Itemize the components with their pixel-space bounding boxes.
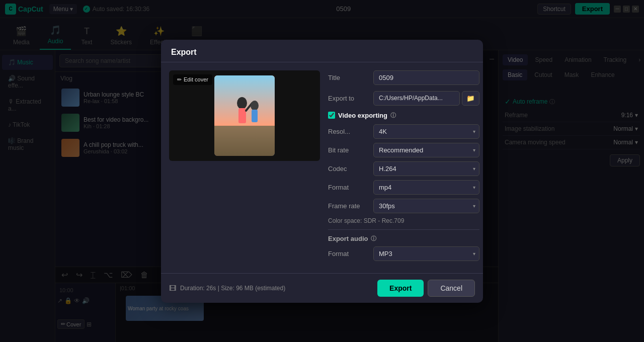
video-export-title: Video exporting ⓘ xyxy=(328,112,479,119)
folder-browse-button[interactable]: 📁 xyxy=(462,91,479,106)
audio-format-row: Format MP3 AAC WAV ▾ xyxy=(328,246,479,261)
export-path-container: 📁 xyxy=(373,91,479,106)
modal-body: ✏ Edit cover xyxy=(161,62,483,273)
framerate-label: Frame rate xyxy=(328,202,368,210)
footer-info: 🎞 Duration: 26s | Size: 96 MB (estimated… xyxy=(169,284,285,292)
export-to-row: Export to 📁 xyxy=(328,91,479,106)
audio-format-label: Format xyxy=(328,250,368,258)
framerate-row: Frame rate 24fps 25fps 30fps 60fps ▾ xyxy=(328,199,479,213)
modal-title: Export xyxy=(171,48,197,56)
audio-info-icon: ⓘ xyxy=(371,235,376,242)
cancel-button[interactable]: Cancel xyxy=(428,280,475,297)
export-to-label: Export to xyxy=(328,95,368,102)
modal-preview: ✏ Edit cover xyxy=(169,70,320,265)
footer-buttons: Export Cancel xyxy=(377,280,475,297)
section-divider xyxy=(328,229,479,230)
codec-select[interactable]: H.264 H.265 VP9 xyxy=(373,161,479,176)
preview-cover: ✏ Edit cover xyxy=(169,70,320,161)
svg-point-5 xyxy=(251,101,259,111)
format-select[interactable]: mp4 mov avi xyxy=(373,180,479,195)
resolution-select[interactable]: 720P 1080P 2K 4K xyxy=(373,124,479,139)
svg-rect-1 xyxy=(214,126,275,156)
format-select-wrapper: mp4 mov avi ▾ xyxy=(373,180,479,195)
edit-cover-button[interactable]: ✏ Edit cover xyxy=(173,74,212,85)
modal-form: Title Export to 📁 Video exporting xyxy=(328,70,479,265)
duration-size-text: Duration: 26s | Size: 96 MB (estimated) xyxy=(180,285,285,292)
modal-footer: 🎞 Duration: 26s | Size: 96 MB (estimated… xyxy=(161,273,483,303)
svg-point-2 xyxy=(237,97,247,109)
edit-icon: ✏ xyxy=(177,76,182,83)
video-export-section: Video exporting ⓘ Resol... 720P 1080P 2K… xyxy=(328,112,479,224)
bitrate-label: Bit rate xyxy=(328,146,368,154)
export-button[interactable]: Export xyxy=(377,280,424,297)
color-space-text: Color space: SDR - Rec.709 xyxy=(328,217,479,224)
cover-preview-image xyxy=(214,75,275,156)
export-modal: Export ✏ Edit cover xyxy=(161,40,483,303)
codec-row: Codec H.264 H.265 VP9 ▾ xyxy=(328,161,479,176)
export-path-input[interactable] xyxy=(373,91,460,106)
format-row: Format mp4 mov avi ▾ xyxy=(328,180,479,195)
svg-rect-3 xyxy=(238,108,246,123)
audio-format-select-wrapper: MP3 AAC WAV ▾ xyxy=(373,246,479,261)
codec-select-wrapper: H.264 H.265 VP9 ▾ xyxy=(373,161,479,176)
audio-format-select[interactable]: MP3 AAC WAV xyxy=(373,246,479,261)
framerate-select-wrapper: 24fps 25fps 30fps 60fps ▾ xyxy=(373,199,479,213)
resolution-row: Resol... 720P 1080P 2K 4K ▾ xyxy=(328,124,479,139)
video-export-checkbox[interactable] xyxy=(328,112,335,119)
modal-overlay: Export ✏ Edit cover xyxy=(0,0,644,342)
title-input[interactable] xyxy=(373,70,479,85)
resolution-label: Resol... xyxy=(328,128,368,135)
framerate-select[interactable]: 24fps 25fps 30fps 60fps xyxy=(373,199,479,213)
title-row: Title xyxy=(328,70,479,85)
film-icon: 🎞 xyxy=(169,284,176,292)
audio-export-title: Export audio ⓘ xyxy=(328,235,479,242)
resolution-select-wrapper: 720P 1080P 2K 4K ▾ xyxy=(373,124,479,139)
format-label: Format xyxy=(328,184,368,191)
video-export-info-icon: ⓘ xyxy=(390,112,396,119)
svg-rect-6 xyxy=(252,110,258,122)
title-label: Title xyxy=(328,74,368,81)
bitrate-select-wrapper: Low Medium Recommended High ▾ xyxy=(373,143,479,157)
bitrate-row: Bit rate Low Medium Recommended High ▾ xyxy=(328,143,479,157)
codec-label: Codec xyxy=(328,165,368,173)
bitrate-select[interactable]: Low Medium Recommended High xyxy=(373,143,479,157)
modal-header: Export xyxy=(161,40,483,62)
